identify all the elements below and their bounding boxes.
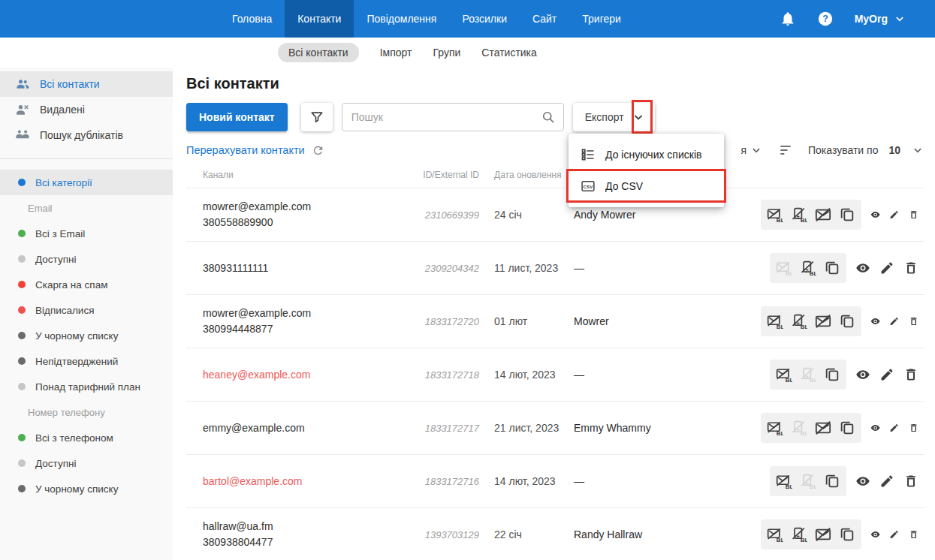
sidebar-item-1[interactable]: Видалені [0, 97, 173, 122]
contact-name: — [562, 475, 761, 487]
eye-icon[interactable] [870, 207, 880, 222]
category-item-5[interactable]: Відписалися [0, 297, 173, 323]
sort-field-dropdown[interactable]: я [740, 143, 763, 157]
email-blacklist-icon[interactable]: BL [767, 526, 783, 543]
topnav-item-1[interactable]: Контакти [285, 0, 354, 38]
category-item-8[interactable]: Понад тарифний план [0, 374, 173, 399]
tab-3[interactable]: Статистика [481, 47, 537, 59]
category-item-10[interactable]: Всі з телефоном [0, 425, 173, 450]
email-slash-icon[interactable] [815, 420, 831, 436]
email-blacklist-icon[interactable]: BL [776, 473, 792, 489]
phone-blacklist-icon[interactable]: BL [800, 260, 816, 276]
email-slash-icon[interactable] [815, 313, 831, 330]
pencil-icon[interactable] [879, 474, 894, 489]
trash-icon[interactable] [909, 314, 918, 329]
trash-icon[interactable] [903, 474, 918, 489]
copy-icon[interactable] [824, 366, 840, 383]
org-menu[interactable]: MyOrg [855, 12, 906, 26]
category-item-12[interactable]: У чорному списку [0, 476, 173, 501]
sidebar-item-2[interactable]: Пошук дублікатів [0, 122, 173, 148]
export-menu-item-label: До CSV [605, 180, 643, 192]
topnav-item-4[interactable]: Сайт [520, 0, 569, 38]
chevron-down-icon[interactable] [631, 110, 646, 125]
search-icon[interactable] [541, 110, 556, 125]
help-icon[interactable]: ? [817, 11, 834, 27]
copy-icon[interactable] [839, 206, 855, 223]
duplicates-icon [15, 128, 30, 143]
update-date: 14 лют, 2023 [479, 369, 562, 381]
topnav-item-2[interactable]: Повідомлення [354, 0, 449, 38]
pencil-icon[interactable] [889, 314, 899, 329]
copy-icon[interactable] [824, 473, 840, 489]
pencil-icon[interactable] [889, 420, 899, 435]
eye-icon[interactable] [870, 314, 880, 329]
category-item-7[interactable]: Непідтверджений [0, 348, 173, 374]
category-item-11[interactable]: Доступні [0, 450, 173, 476]
topnav-item-3[interactable]: Розсилки [449, 0, 520, 38]
export-menu-item-1[interactable]: CSVДо CSV [569, 170, 724, 202]
pencil-icon[interactable] [879, 260, 894, 275]
phone-blacklist-icon: BL [791, 420, 807, 436]
trash-icon[interactable] [903, 260, 918, 275]
pencil-icon[interactable] [889, 527, 899, 542]
search-input[interactable] [342, 111, 541, 123]
eye-icon[interactable] [855, 367, 870, 382]
trash-icon[interactable] [909, 527, 918, 542]
tab-1[interactable]: Імпорт [380, 47, 412, 59]
export-button[interactable]: Експорт [573, 103, 655, 131]
search-box [342, 103, 564, 131]
phone-blacklist-icon[interactable]: BL [791, 313, 807, 330]
bell-icon[interactable] [780, 11, 796, 27]
eye-icon[interactable] [870, 527, 880, 542]
email-slash-icon[interactable] [815, 526, 831, 543]
copy-icon[interactable] [839, 420, 855, 436]
tab-0[interactable]: Всі контакти [278, 43, 359, 62]
contact-id: 1833172718 [412, 369, 479, 381]
trash-icon[interactable] [909, 420, 918, 435]
copy-icon[interactable] [839, 313, 855, 330]
contact-id: 1833172720 [412, 316, 479, 327]
table-row: mowrer@example.com3809944488771833172720… [186, 294, 924, 348]
trash-icon[interactable] [909, 207, 918, 222]
row-actions: BLBL [761, 253, 924, 283]
topnav-item-0[interactable]: Головна [219, 0, 285, 38]
chevron-down-icon[interactable] [911, 143, 924, 157]
email-blacklist-icon[interactable]: BL [767, 313, 783, 330]
category-dot [18, 255, 26, 263]
email-slash-icon[interactable] [815, 206, 831, 223]
sidebar-divider [0, 158, 173, 159]
category-item-6[interactable]: У чорному списку [0, 323, 173, 348]
table-row: emmy@example.com183317271721 лист, 2023E… [186, 401, 924, 454]
trash-icon[interactable] [903, 367, 918, 382]
filter-button[interactable] [301, 103, 333, 131]
category-item-4[interactable]: Скарга на спам [0, 272, 173, 297]
category-item-2[interactable]: Всі з Email [0, 221, 173, 246]
svg-text:BL: BL [786, 483, 792, 489]
category-item-3[interactable]: Доступні [0, 246, 173, 272]
update-date: 01 лют [479, 315, 562, 327]
email-blacklist-icon[interactable]: BL [767, 420, 783, 436]
pencil-icon[interactable] [889, 207, 899, 222]
channel-actions-box: BLBL [761, 413, 861, 443]
topnav-item-5[interactable]: Тригери [569, 0, 634, 38]
export-menu-item-0[interactable]: До існуючих списків [569, 139, 724, 170]
category-item-0[interactable]: Всі категорії [0, 170, 173, 195]
copy-icon[interactable] [824, 260, 840, 276]
channel-value: 380931111111 [203, 260, 412, 276]
email-blacklist-icon[interactable]: BL [767, 206, 783, 223]
tab-2[interactable]: Групи [433, 47, 460, 59]
per-page-value[interactable]: 10 [888, 144, 900, 156]
recalculate-contacts-link[interactable]: Перерахувати контакти [186, 144, 324, 157]
phone-blacklist-icon[interactable]: BL [791, 206, 807, 223]
category-dot [18, 485, 26, 492]
eye-icon[interactable] [870, 420, 880, 435]
copy-icon[interactable] [839, 526, 855, 543]
eye-icon[interactable] [855, 474, 870, 489]
phone-blacklist-icon[interactable]: BL [791, 526, 807, 543]
sort-order-icon[interactable] [778, 143, 793, 158]
new-contact-button[interactable]: Новий контакт [186, 103, 288, 131]
sidebar-item-0[interactable]: Всі контакти [0, 71, 173, 97]
email-blacklist-icon[interactable]: BL [776, 366, 792, 383]
pencil-icon[interactable] [879, 367, 894, 382]
eye-icon[interactable] [855, 260, 870, 275]
